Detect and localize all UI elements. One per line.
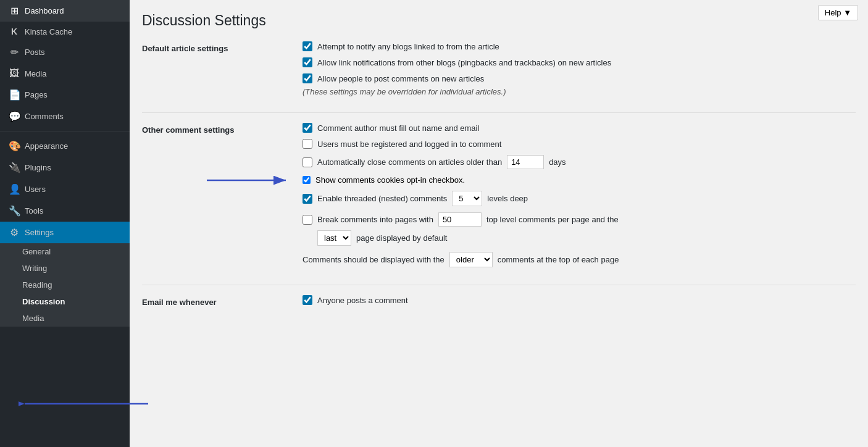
main-content: Help ▼ Discussion Settings Default artic… — [130, 0, 868, 447]
auto-close-label-after: days — [549, 157, 565, 167]
other-comment-label: Other comment settings — [142, 123, 303, 135]
sidebar-item-label: Settings — [25, 228, 54, 237]
sidebar-item-dashboard[interactable]: ⊞ Dashboard — [0, 0, 130, 22]
page-select-row: first last page displayed by default — [303, 230, 856, 246]
submenu-discussion[interactable]: Discussion — [0, 293, 130, 310]
kinsta-icon: K — [9, 27, 20, 36]
help-button[interactable]: Help ▼ — [818, 5, 858, 20]
sidebar-item-label: Dashboard — [25, 6, 64, 15]
sidebar-item-comments[interactable]: 💬 Comments — [0, 106, 130, 127]
sidebar-item-label: Comments — [25, 112, 64, 121]
submenu-general[interactable]: General — [0, 243, 130, 260]
break-pages-label-after: top level comments per page and the — [486, 215, 619, 224]
sidebar-item-label: Appearance — [25, 141, 68, 151]
sidebar-item-label: Media — [25, 69, 46, 78]
notify-blogs-label: Attempt to notify any blogs linked to fr… — [317, 42, 499, 51]
author-info-checkbox[interactable] — [303, 123, 312, 133]
cookies-optin-label: Show comments cookies opt-in checkbox. — [315, 175, 465, 185]
auto-close-days-input[interactable] — [507, 155, 544, 169]
allow-comments-label: Allow people to post comments on new art… — [317, 74, 484, 83]
checkbox-notify-blogs: Attempt to notify any blogs linked to fr… — [303, 41, 856, 51]
other-comment-content: Comment author must fill out name and em… — [303, 123, 856, 274]
page-select-label: page displayed by default — [356, 233, 447, 243]
checkbox-registered: Users must be registered and logged in t… — [303, 139, 856, 149]
checkbox-break-pages: Break comments into pages with top level… — [303, 212, 856, 227]
checkbox-threaded: Enable threaded (nested) comments 123456… — [303, 191, 856, 206]
other-comment-section: Other comment settings Comment author mu… — [142, 123, 856, 274]
author-info-label: Comment author must fill out name and em… — [317, 123, 479, 133]
sidebar-item-tools[interactable]: 🔧 Tools — [0, 200, 130, 222]
default-article-label: Default article settings — [142, 41, 303, 53]
anyone-posts-checkbox[interactable] — [303, 295, 312, 305]
display-order-row: Comments should be displayed with the ne… — [303, 252, 856, 267]
pages-icon: 📄 — [9, 89, 20, 101]
sidebar-item-settings[interactable]: ⚙ Settings — [0, 222, 130, 243]
checkbox-author-info: Comment author must fill out name and em… — [303, 123, 856, 133]
registered-checkbox[interactable] — [303, 139, 312, 149]
sidebar-item-plugins[interactable]: 🔌 Plugins — [0, 157, 130, 178]
settings-icon: ⚙ — [9, 227, 20, 238]
sidebar-item-pages[interactable]: 📄 Pages — [0, 84, 130, 106]
email-section: Email me whenever Anyone posts a comment — [142, 295, 856, 311]
sidebar-item-kinsta[interactable]: K Kinsta Cache — [0, 22, 130, 41]
page-default-select[interactable]: first last — [317, 230, 351, 246]
users-icon: 👤 — [9, 183, 20, 195]
default-article-content: Attempt to notify any blogs linked to fr… — [303, 41, 856, 101]
tools-icon: 🔧 — [9, 205, 20, 217]
auto-close-label-before: Automatically close comments on articles… — [317, 157, 502, 167]
threaded-checkbox[interactable] — [303, 194, 312, 204]
appearance-icon: 🎨 — [9, 140, 20, 152]
allow-comments-checkbox[interactable] — [303, 73, 312, 83]
threaded-depth-select[interactable]: 12345678910 — [452, 191, 482, 206]
sidebar-item-label: Kinsta Cache — [25, 27, 72, 36]
submenu-reading[interactable]: Reading — [0, 277, 130, 293]
auto-close-checkbox[interactable] — [303, 157, 312, 167]
sidebar-item-posts[interactable]: ✏ Posts — [0, 41, 130, 63]
checkbox-auto-close: Automatically close comments on articles… — [303, 155, 856, 169]
comments-icon: 💬 — [9, 111, 20, 122]
settings-submenu: General Writing Reading Discussion Media — [0, 243, 130, 327]
threaded-label-before: Enable threaded (nested) comments — [317, 194, 447, 203]
media-icon: 🖼 — [9, 68, 20, 79]
break-pages-input[interactable] — [438, 212, 482, 227]
arrow-annotation — [207, 173, 293, 187]
sidebar-item-label: Pages — [25, 90, 48, 99]
display-order-select[interactable]: newer older — [449, 252, 493, 267]
sidebar-item-label: Tools — [25, 206, 43, 215]
posts-icon: ✏ — [9, 46, 20, 58]
display-order-label-after: comments at the top of each page — [498, 255, 619, 264]
anyone-posts-label: Anyone posts a comment — [317, 296, 408, 305]
sidebar-item-label: Posts — [25, 48, 45, 57]
sidebar-item-users[interactable]: 👤 Users — [0, 178, 130, 200]
submenu-media[interactable]: Media — [0, 310, 130, 327]
allow-pingbacks-label: Allow link notifications from other blog… — [317, 58, 611, 67]
checkbox-anyone-posts: Anyone posts a comment — [303, 295, 856, 305]
page-title: Discussion Settings — [142, 12, 856, 29]
email-label: Email me whenever — [142, 295, 303, 307]
cookies-optin-checkbox[interactable] — [303, 176, 311, 184]
sidebar-item-label: Users — [25, 185, 46, 194]
sidebar: ⊞ Dashboard K Kinsta Cache ✏ Posts 🖼 Med… — [0, 0, 130, 447]
email-content: Anyone posts a comment — [303, 295, 856, 311]
sidebar-item-media[interactable]: 🖼 Media — [0, 63, 130, 84]
checkbox-allow-pingbacks: Allow link notifications from other blog… — [303, 57, 856, 67]
allow-pingbacks-checkbox[interactable] — [303, 57, 312, 67]
default-article-section: Default article settings Attempt to noti… — [142, 41, 856, 101]
sidebar-item-appearance[interactable]: 🎨 Appearance — [0, 135, 130, 157]
threaded-label-after: levels deep — [487, 194, 528, 203]
break-pages-label-before: Break comments into pages with — [317, 215, 433, 224]
break-pages-checkbox[interactable] — [303, 215, 312, 225]
checkbox-allow-comments: Allow people to post comments on new art… — [303, 73, 856, 83]
plugins-icon: 🔌 — [9, 162, 20, 173]
display-order-label-before: Comments should be displayed with the — [303, 255, 444, 264]
sidebar-item-label: Plugins — [25, 163, 51, 172]
submenu-writing[interactable]: Writing — [0, 260, 130, 277]
dashboard-icon: ⊞ — [9, 5, 20, 17]
override-note: (These settings may be overridden for in… — [303, 87, 856, 96]
notify-blogs-checkbox[interactable] — [303, 41, 312, 51]
registered-label: Users must be registered and logged in t… — [317, 140, 501, 149]
